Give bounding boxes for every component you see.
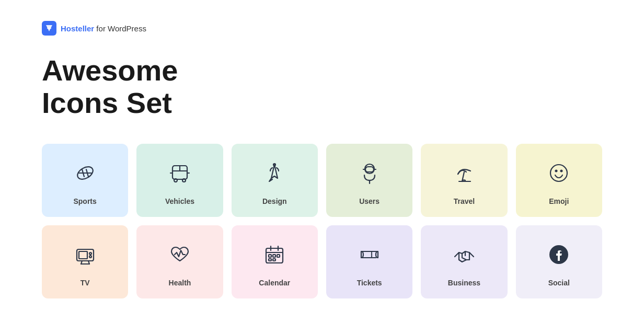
handshake-icon (450, 240, 479, 269)
facebook-icon (544, 240, 573, 269)
svg-rect-35 (277, 255, 280, 257)
card-users-label: Users (359, 197, 380, 205)
svg-rect-37 (273, 259, 275, 261)
svg-rect-36 (269, 259, 271, 261)
logo-brand: Hosteller (61, 24, 94, 33)
football-icon (71, 158, 100, 188)
svg-point-28 (89, 256, 91, 258)
ticket-icon (355, 240, 384, 269)
svg-point-20 (556, 170, 557, 172)
svg-rect-34 (273, 255, 275, 257)
card-vehicles-label: Vehicles (165, 197, 194, 205)
card-tv[interactable]: TV (42, 225, 128, 298)
card-sports[interactable]: Sports (42, 144, 128, 217)
card-health[interactable]: Health (136, 225, 223, 298)
logo-icon (42, 21, 56, 36)
card-emoji[interactable]: Emoji (516, 144, 602, 217)
card-calendar-label: Calendar (259, 279, 290, 287)
logo-text: Hosteller for WordPress (61, 24, 146, 33)
card-business[interactable]: Business (421, 225, 507, 298)
card-travel[interactable]: Travel (421, 144, 507, 217)
card-tickets[interactable]: Tickets (326, 225, 412, 298)
svg-rect-13 (365, 167, 374, 172)
card-business-label: Business (448, 279, 480, 287)
card-calendar[interactable]: Calendar (232, 225, 318, 298)
card-emoji-label: Emoji (549, 197, 569, 205)
card-social[interactable]: Social (516, 225, 602, 298)
logo-area: Hosteller for WordPress (42, 21, 602, 36)
svg-point-27 (89, 252, 91, 255)
page-title: AwesomeIcons Set (42, 54, 602, 119)
icon-grid-row1: Sports Vehicles (42, 144, 602, 217)
beach-umbrella-icon (450, 158, 479, 188)
card-travel-label: Travel (454, 197, 475, 205)
user-astronaut-icon (355, 158, 384, 188)
svg-point-19 (550, 165, 567, 181)
card-vehicles[interactable]: Vehicles (136, 144, 223, 217)
smile-icon (544, 158, 573, 188)
card-health-label: Health (169, 279, 191, 287)
calendar-icon (260, 240, 289, 269)
compass-icon (260, 158, 289, 188)
svg-point-21 (561, 170, 562, 172)
tv-icon (71, 240, 100, 269)
heartbeat-icon (165, 240, 194, 269)
svg-rect-26 (79, 251, 87, 259)
card-users[interactable]: Users (326, 144, 412, 217)
card-sports-label: Sports (73, 197, 96, 205)
card-social-label: Social (548, 279, 570, 287)
card-tickets-label: Tickets (357, 279, 382, 287)
svg-rect-33 (269, 255, 271, 257)
svg-point-7 (174, 179, 177, 182)
bus-icon (165, 158, 194, 188)
card-design-label: Design (262, 197, 287, 205)
svg-point-8 (182, 179, 186, 182)
card-design[interactable]: Design (232, 144, 318, 217)
icon-grid-row2: TV Health (42, 225, 602, 298)
card-tv-label: TV (80, 279, 90, 287)
